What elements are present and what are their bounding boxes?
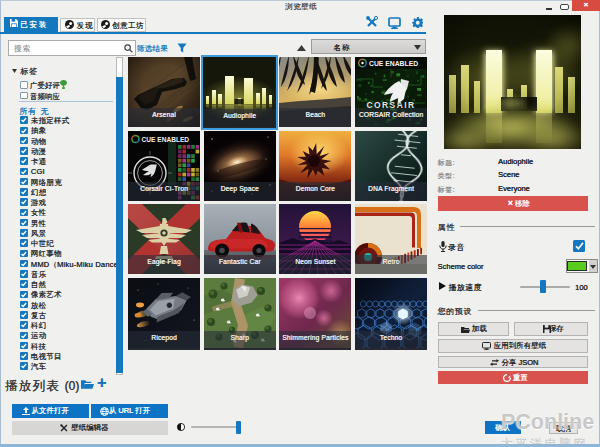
svg-text:CUE ENABLED: CUE ENABLED [142, 135, 190, 142]
svg-text:CUE ENABLED: CUE ENABLED [369, 60, 418, 67]
